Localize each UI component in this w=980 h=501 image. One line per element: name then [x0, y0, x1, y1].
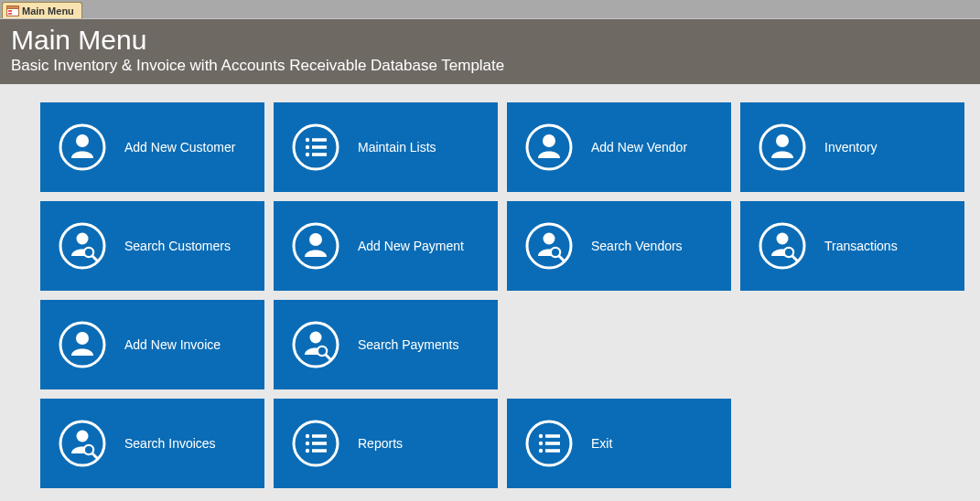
form-icon — [6, 5, 19, 16]
tile-add-new-invoice[interactable]: Add New Invoice — [40, 300, 264, 389]
person-search-icon — [59, 222, 106, 270]
tile-add-new-customer[interactable]: Add New Customer — [40, 102, 264, 192]
tile-label: Transactions — [824, 239, 955, 253]
person-icon — [292, 222, 339, 270]
tile-label: Inventory — [824, 140, 955, 155]
tile-label: Reports — [358, 436, 489, 451]
tile-exit[interactable]: Exit — [507, 399, 731, 488]
list-icon — [292, 123, 339, 171]
page-header: Main Menu Basic Inventory & Invoice with… — [0, 18, 980, 84]
tile-reports[interactable]: Reports — [274, 399, 498, 488]
tile-search-customers[interactable]: Search Customers — [40, 201, 264, 291]
tile-label: Add New Vendor — [591, 140, 722, 155]
tile-label: Add New Invoice — [124, 337, 255, 352]
tile-label: Maintain Lists — [358, 140, 489, 155]
person-icon — [759, 123, 806, 171]
person-search-icon — [525, 222, 573, 270]
tile-add-new-payment[interactable]: Add New Payment — [274, 201, 498, 291]
tile-transactions[interactable]: Transactions — [740, 201, 964, 291]
svg-rect-15 — [7, 5, 19, 8]
svg-rect-17 — [8, 13, 12, 15]
tile-search-vendors[interactable]: Search Vendors — [507, 201, 731, 291]
tile-search-payments[interactable]: Search Payments — [274, 300, 498, 389]
tile-label: Search Invoices — [124, 436, 255, 451]
tab-bar: Main Menu — [0, 0, 980, 18]
tile-label: Add New Payment — [358, 239, 489, 253]
person-search-icon — [759, 222, 806, 270]
tile-inventory[interactable]: Inventory — [740, 102, 964, 192]
tile-search-invoices[interactable]: Search Invoices — [40, 399, 264, 488]
person-search-icon — [59, 420, 106, 467]
tile-add-new-vendor[interactable]: Add New Vendor — [507, 102, 731, 192]
tile-maintain-lists[interactable]: Maintain Lists — [274, 102, 498, 192]
tile-label: Add New Customer — [124, 140, 255, 155]
person-icon — [59, 123, 106, 171]
content-area: Add New Customer Maintain Lists Add New … — [0, 84, 980, 501]
svg-rect-16 — [8, 10, 12, 12]
tile-grid: Add New Customer Maintain Lists Add New … — [40, 102, 940, 488]
list-icon — [292, 420, 339, 467]
person-search-icon — [292, 321, 339, 368]
tile-label: Exit — [591, 436, 722, 451]
tab-label: Main Menu — [22, 5, 74, 16]
person-icon — [525, 123, 573, 171]
tile-label: Search Vendors — [591, 239, 722, 253]
tile-label: Search Customers — [124, 239, 255, 253]
list-icon — [525, 420, 573, 467]
page-subtitle: Basic Inventory & Invoice with Accounts … — [11, 57, 969, 75]
tab-main-menu[interactable]: Main Menu — [2, 2, 82, 18]
page-title: Main Menu — [11, 25, 969, 55]
person-icon — [59, 321, 106, 368]
tile-label: Search Payments — [358, 337, 489, 352]
